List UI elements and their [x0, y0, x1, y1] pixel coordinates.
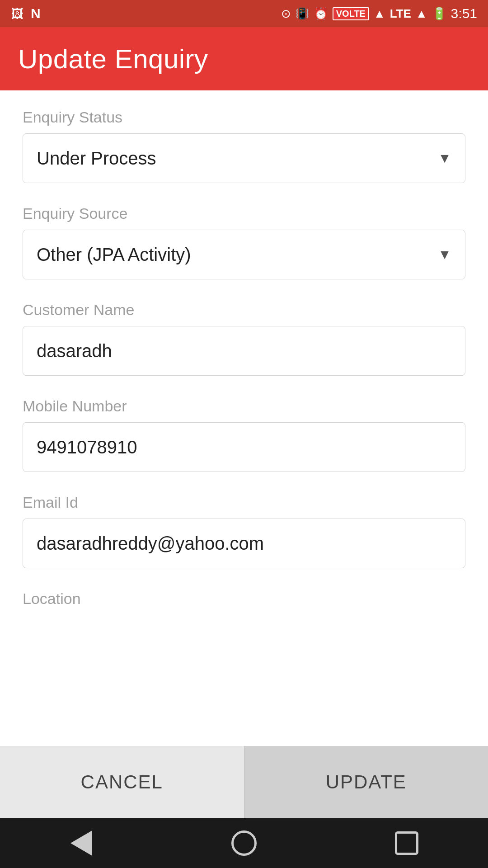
- nav-back-button[interactable]: [63, 825, 99, 861]
- navigation-bar: [0, 818, 488, 868]
- enquiry-source-value: Other (JPA Activity): [37, 245, 191, 265]
- alarm-icon: ⏰: [314, 7, 328, 21]
- notification-icon: N: [31, 6, 41, 21]
- mobile-number-group: Mobile Number 9491078910: [23, 397, 465, 472]
- photo-icon: 🖼: [11, 6, 23, 21]
- volte-icon: VOLTE: [333, 7, 369, 20]
- status-bar-right-icons: ⊙ 📳 ⏰ VOLTE ▲ LTE ▲ 🔋 3:51: [281, 6, 477, 21]
- home-icon: [231, 830, 257, 856]
- enquiry-source-dropdown-arrow: ▼: [438, 247, 451, 262]
- time-display: 3:51: [451, 6, 477, 21]
- recents-icon: [395, 831, 418, 855]
- email-id-label: Email Id: [23, 494, 465, 511]
- email-id-input[interactable]: dasaradhreddy@yahoo.com: [23, 519, 465, 568]
- signal-icon: ▲: [374, 7, 385, 21]
- wifi-icon: ⊙: [281, 7, 291, 21]
- update-button[interactable]: UPDATE: [244, 746, 488, 818]
- main-content: Enquiry Status Under Process ▼ Enquiry S…: [0, 90, 488, 746]
- status-bar: 🖼 N ⊙ 📳 ⏰ VOLTE ▲ LTE ▲ 🔋 3:51: [0, 0, 488, 27]
- customer-name-label: Customer Name: [23, 301, 465, 319]
- nav-recents-button[interactable]: [389, 825, 425, 861]
- battery-icon: 🔋: [432, 7, 446, 21]
- bottom-action-bar: CANCEL UPDATE: [0, 746, 488, 818]
- cancel-button[interactable]: CANCEL: [0, 746, 244, 818]
- mobile-number-value: 9491078910: [37, 437, 137, 458]
- enquiry-status-label: Enquiry Status: [23, 108, 465, 126]
- nav-home-button[interactable]: [226, 825, 262, 861]
- vibrate-icon: 📳: [296, 7, 309, 20]
- enquiry-status-dropdown-arrow: ▼: [438, 151, 451, 166]
- enquiry-source-select[interactable]: Other (JPA Activity) ▼: [23, 230, 465, 279]
- customer-name-group: Customer Name dasaradh: [23, 301, 465, 376]
- enquiry-source-group: Enquiry Source Other (JPA Activity) ▼: [23, 205, 465, 279]
- page-title: Update Enquiry: [18, 43, 208, 75]
- app-bar: Update Enquiry: [0, 27, 488, 90]
- mobile-number-input[interactable]: 9491078910: [23, 422, 465, 472]
- signal2-icon: ▲: [416, 7, 427, 21]
- enquiry-status-select[interactable]: Under Process ▼: [23, 133, 465, 183]
- enquiry-status-group: Enquiry Status Under Process ▼: [23, 108, 465, 183]
- back-icon: [70, 830, 92, 856]
- mobile-number-label: Mobile Number: [23, 397, 465, 415]
- status-bar-left-icons: 🖼 N: [11, 6, 41, 21]
- location-group: Location: [23, 590, 465, 619]
- enquiry-source-label: Enquiry Source: [23, 205, 465, 222]
- enquiry-status-value: Under Process: [37, 148, 156, 169]
- customer-name-value: dasaradh: [37, 341, 112, 361]
- location-label: Location: [23, 590, 465, 608]
- email-id-group: Email Id dasaradhreddy@yahoo.com: [23, 494, 465, 568]
- email-id-value: dasaradhreddy@yahoo.com: [37, 533, 264, 554]
- customer-name-input[interactable]: dasaradh: [23, 326, 465, 376]
- lte-icon: LTE: [390, 7, 411, 21]
